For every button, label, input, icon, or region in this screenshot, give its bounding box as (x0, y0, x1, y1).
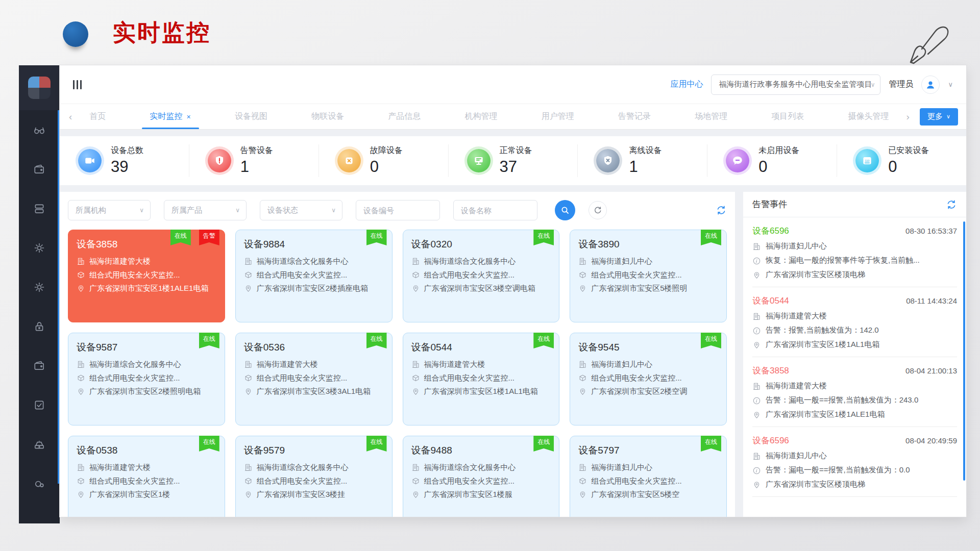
tab[interactable]: 实时监控 × (150, 104, 191, 129)
cloud-icon[interactable] (19, 464, 60, 503)
device-card[interactable]: 在线 设备9579 福海街道综合文化服务中心 组合式用电安全火灾监控... (235, 436, 393, 517)
device-card[interactable]: 在线 告警 设备3858 福海街道建管大楼 组合式用电安全火灾监控... (68, 230, 225, 322)
device-card[interactable]: 在线 设备5797 福海街道妇儿中心 组合式用电安全火灾监控... (570, 436, 727, 517)
tab-label: 摄像头管理 (848, 111, 889, 122)
tab-close-icon[interactable]: × (187, 113, 191, 121)
device-org-line: 福海街道建管大楼 (411, 359, 551, 370)
device-org-line: 福海街道妇儿中心 (578, 256, 718, 267)
project-select[interactable]: 福海街道行政事务服务中心用电安全监管项目 ∨ (711, 74, 880, 95)
device-card[interactable]: 在线 设备0544 福海街道建管大楼 组合式用电安全火灾监控... (403, 333, 560, 425)
location-pin-icon (752, 481, 761, 489)
checkbox-icon[interactable] (19, 385, 60, 424)
device-address-line: 广东省深圳市宝安区5楼空 (578, 489, 718, 500)
app-center-link[interactable]: 应用中心 (670, 79, 703, 90)
info-icon (752, 327, 761, 335)
storage-icon[interactable] (19, 424, 60, 464)
device-card[interactable]: 在线 设备3890 福海街道妇儿中心 组合式用电安全火灾监控... (570, 230, 727, 322)
project-select-value: 福海街道行政事务服务中心用电安全监管项目 (719, 80, 870, 89)
tab[interactable]: 物联设备 (311, 104, 344, 129)
event-message-line: 告警：漏电一般==报警,当前触发值为：0.0 (752, 465, 957, 475)
building-icon (77, 257, 85, 266)
tabs: 首页 实时监控 × 设备视图 物联设备 (78, 104, 900, 129)
tab[interactable]: 告警记录 (618, 104, 651, 129)
device-card[interactable]: 在线 设备0538 福海街道建管大楼 组合式用电安全火灾监控... (68, 436, 225, 517)
product-box-icon (77, 477, 85, 486)
event-time: 08-04 21:00:13 (905, 366, 957, 375)
alarm-event[interactable]: 设备3858 08-04 21:00:13 福海街道建管大楼 告警：漏电一般==… (752, 357, 957, 427)
app-logo[interactable] (28, 77, 51, 99)
panels-icon[interactable] (19, 189, 60, 228)
product-select[interactable]: 所属产品∨ (164, 200, 247, 220)
tab[interactable]: 场地管理 (695, 104, 727, 129)
tab[interactable]: 用户管理 (542, 104, 574, 129)
stat-unenabled-devices: 未启用设备0 (707, 144, 837, 177)
refresh-list-button[interactable] (716, 205, 727, 216)
event-time: 08-04 20:49:59 (905, 436, 957, 445)
tab[interactable]: 设备视图 (235, 104, 267, 129)
collapse-menu-icon[interactable] (73, 80, 82, 89)
device-card[interactable]: 在线 设备0320 福海街道综合文化服务中心 组合式用电安全火灾监控... (403, 230, 560, 322)
chevron-down-icon[interactable]: ∨ (948, 81, 953, 88)
event-message-line: 告警：报警,当前触发值为：142.0 (752, 325, 957, 335)
lock-icon[interactable] (19, 307, 60, 346)
tab-label: 场地管理 (695, 111, 727, 122)
stat-fault-devices: 故障设备0 (318, 144, 448, 177)
device-name: 设备0544 (411, 341, 551, 354)
tab[interactable]: 项目列表 (771, 104, 804, 129)
device-card[interactable]: 在线 设备9488 福海街道综合文化服务中心 组合式用电安全火灾监控... (403, 436, 560, 517)
product-box-icon (411, 374, 420, 383)
tab[interactable]: 首页 (89, 104, 106, 129)
device-card[interactable]: 在线 设备9587 福海街道综合文化服务中心 组合式用电安全火灾监控... (68, 333, 225, 425)
alarm-event[interactable]: 设备0544 08-11 14:43:24 福海街道建管大楼 告警：报警,当前触… (752, 287, 957, 357)
more-button[interactable]: 更多∨ (920, 108, 958, 126)
device-card[interactable]: 在线 设备0536 福海街道建管大楼 组合式用电安全火灾监控... (235, 333, 393, 425)
filter-row: 所属机构∨ 所属产品∨ 设备状态∨ (68, 200, 727, 220)
device-address-line: 广东省深圳市宝安区3楼挂 (244, 489, 384, 500)
event-device-name[interactable]: 设备6596 (752, 225, 789, 237)
device-org-line: 福海街道综合文化服务中心 (244, 462, 384, 473)
alarm-refresh-button[interactable] (946, 199, 957, 210)
panel-scrollbar[interactable] (963, 221, 965, 481)
alarm-event[interactable]: 设备6596 08-30 16:53:37 福海街道妇儿中心 恢复：漏电一般的报… (752, 217, 957, 287)
device-status-select[interactable]: 设备状态∨ (260, 200, 342, 220)
event-device-name[interactable]: 设备6596 (752, 435, 789, 446)
alarm-event[interactable]: 设备6596 08-04 20:49:59 福海街道妇儿中心 告警：漏电一般==… (752, 427, 957, 497)
tab[interactable]: 摄像头管理 (848, 104, 889, 129)
alarm-events-panel: 告警事件 设备6596 08-30 16:53:37 福海街道妇儿中 (743, 192, 966, 517)
offline-shield-icon (596, 149, 620, 172)
gear-icon[interactable] (19, 267, 60, 307)
stat-offline-devices: 离线设备1 (577, 144, 707, 177)
glasses-icon[interactable] (19, 110, 60, 149)
tabs-scroll-left-icon[interactable]: ‹ (63, 111, 78, 122)
tab[interactable]: 产品信息 (388, 104, 421, 129)
building-icon (244, 463, 253, 472)
device-code-input[interactable] (356, 200, 440, 220)
event-device-name[interactable]: 设备0544 (752, 295, 789, 307)
device-org-line: 福海街道综合文化服务中心 (77, 359, 216, 370)
building-icon (244, 360, 253, 369)
chevron-down-icon: ∨ (235, 207, 240, 214)
search-button[interactable] (555, 200, 575, 220)
device-name-input[interactable] (453, 200, 537, 220)
location-pin-icon (77, 490, 85, 499)
tabs-scroll-right-icon[interactable]: › (900, 111, 916, 122)
event-device-name[interactable]: 设备3858 (752, 365, 789, 377)
event-org-line: 福海街道建管大楼 (752, 381, 957, 391)
device-org-line: 福海街道建管大楼 (77, 462, 216, 473)
reset-button[interactable] (589, 201, 607, 219)
gear-icon[interactable] (19, 228, 60, 267)
building-icon (578, 257, 587, 266)
device-card[interactable]: 在线 设备9884 福海街道综合文化服务中心 组合式用电安全火灾监控... (235, 230, 393, 322)
org-select[interactable]: 所属机构∨ (68, 200, 151, 220)
avatar[interactable] (921, 76, 940, 94)
wallet-icon[interactable] (19, 149, 60, 189)
wallet-icon[interactable] (19, 346, 60, 385)
device-card[interactable]: 在线 设备9545 福海街道妇儿中心 组合式用电安全火灾监控... (570, 333, 727, 425)
stat-alarm-devices: 告警设备1 (189, 144, 318, 177)
normal-monitor-icon (467, 149, 491, 172)
device-name: 设备9884 (244, 238, 384, 251)
device-product-line: 组合式用电安全火灾监控... (411, 475, 551, 487)
logo-wrap (19, 65, 60, 110)
tab[interactable]: 机构管理 (465, 104, 498, 129)
location-pin-icon (411, 490, 420, 499)
